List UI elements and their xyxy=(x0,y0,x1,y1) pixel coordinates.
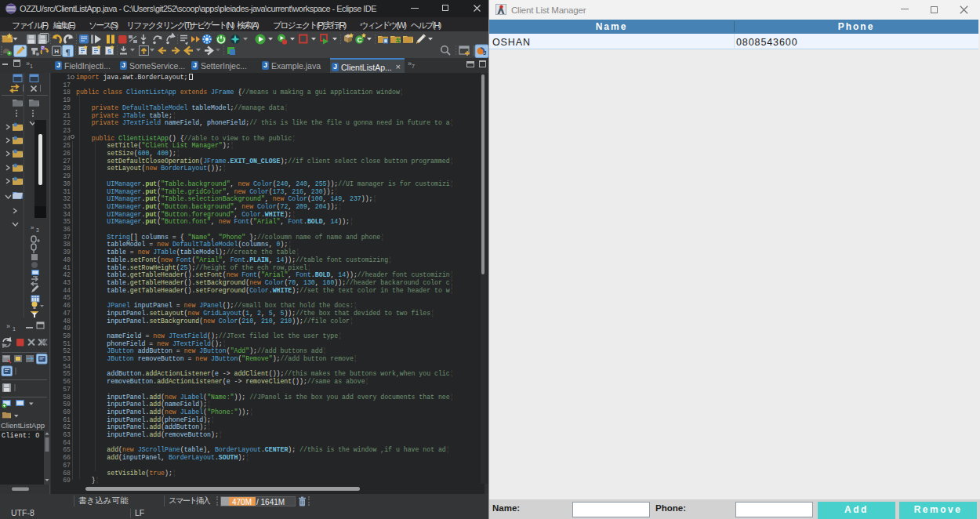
svg-text:¶: ¶ xyxy=(66,47,71,56)
svg-text:»: » xyxy=(6,322,10,330)
svg-text:1: 1 xyxy=(13,326,16,332)
svg-text:Client: O: Client: O xyxy=(2,432,40,439)
svg-text:C: C xyxy=(357,36,361,44)
svg-text:3: 3 xyxy=(36,227,39,233)
svg-text:S: S xyxy=(107,48,111,55)
svg-text:H: H xyxy=(54,48,59,55)
svg-text:»: » xyxy=(31,224,34,231)
svg-text:P: P xyxy=(42,45,45,50)
svg-text:J: J xyxy=(483,49,486,56)
svg-text:ClientListApp: ClientListApp xyxy=(1,421,45,430)
